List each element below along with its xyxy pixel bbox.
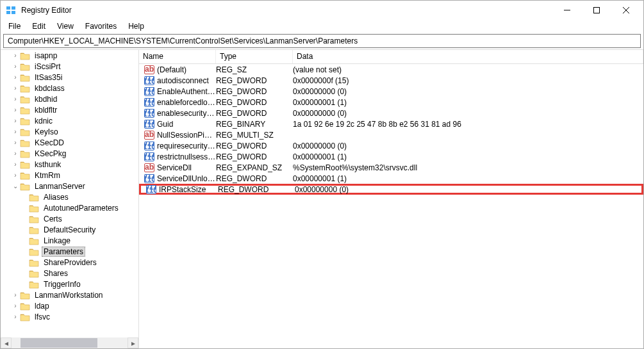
tree-item[interactable]: ›KeyIso [1,126,138,137]
expand-arrow-icon[interactable]: › [20,270,29,277]
svg-rect-5 [594,8,600,13]
tree-item[interactable]: ›ShareProviders [1,257,138,268]
tree-item[interactable]: ›Linkage [1,235,138,246]
tree-item[interactable]: ›Aliases [1,191,138,202]
address-bar[interactable]: Computer\HKEY_LOCAL_MACHINE\SYSTEM\Curre… [3,34,641,48]
column-data[interactable]: Data [293,50,643,63]
value-row[interactable]: 011110enablesecuritysi...REG_DWORD0x0000… [139,108,643,118]
tree-item[interactable]: ›iScsiPrt [1,61,138,72]
value-row[interactable]: abNullSessionPipesREG_MULTI_SZ [139,129,643,140]
tree-item-label: ldap [33,301,51,311]
tree-hscrollbar[interactable]: ◂ ▸ [1,337,138,348]
tree-item[interactable]: ›Certs [1,213,138,224]
expand-arrow-icon[interactable]: ⌄ [11,183,20,190]
tree-item[interactable]: ⌄LanmanServer [1,181,138,191]
expand-arrow-icon[interactable]: › [11,291,20,298]
value-row[interactable]: 011110EnableAuthentic...REG_DWORD0x00000… [139,86,643,97]
value-row[interactable]: 011110autodisconnectREG_DWORD0x0000000f … [139,75,643,86]
expand-arrow-icon[interactable]: › [20,280,29,288]
tree-item[interactable]: ›KSecDD [1,137,138,148]
svg-rect-0 [6,6,10,10]
close-button[interactable] [611,1,641,20]
folder-icon [29,193,39,202]
value-data: 1a 01 92 6e 19 2c 25 47 8b 8b e2 56 31 8… [293,120,643,129]
tree-item[interactable]: ›lfsvc [1,311,138,322]
menu-edit[interactable]: Edit [27,20,51,32]
binary-value-icon: 011110 [144,98,154,107]
expand-arrow-icon[interactable]: › [11,63,20,70]
tree-item-label: kbldfltr [33,105,59,115]
value-type: REG_DWORD [216,142,293,150]
value-row[interactable]: abServiceDllREG_EXPAND_SZ%SystemRoot%\sy… [139,162,643,173]
expand-arrow-icon[interactable]: › [11,313,20,320]
expand-arrow-icon[interactable]: › [11,95,20,102]
folder-icon [29,215,39,223]
expand-arrow-icon[interactable]: › [11,106,20,113]
menu-favorites[interactable]: Favorites [80,20,122,32]
svg-text:110: 110 [144,120,154,129]
tree-item[interactable]: ›Parameters [1,246,138,257]
folder-icon [29,204,39,213]
folder-icon [20,312,30,321]
tree-item[interactable]: ›AutotunedParameters [1,202,138,213]
tree-item[interactable]: ›KSecPkg [1,148,138,159]
expand-arrow-icon[interactable]: › [11,52,20,59]
value-row[interactable]: 011110GuidREG_BINARY1a 01 92 6e 19 2c 25… [139,118,643,129]
folder-icon [20,127,30,136]
menu-help[interactable]: Help [123,20,149,32]
value-list[interactable]: ab(Default)REG_SZ(value not set)011110au… [139,64,643,195]
expand-arrow-icon[interactable]: › [20,193,29,200]
tree-item[interactable]: ›kbdhid [1,93,138,104]
expand-arrow-icon[interactable]: › [20,259,29,266]
tree-item[interactable]: ›ldap [1,300,138,311]
scroll-track[interactable] [12,337,128,348]
string-value-icon: ab [144,131,154,140]
binary-value-icon: 011110 [146,185,156,194]
tree-item[interactable]: ›isapnp [1,50,138,61]
tree-item[interactable]: ›ItSas35i [1,72,138,83]
value-row[interactable]: 011110restrictnullsessa...REG_DWORD0x000… [139,151,643,162]
expand-arrow-icon[interactable]: › [20,204,29,211]
expand-arrow-icon[interactable]: › [20,215,29,222]
tree-item[interactable]: ›kbdclass [1,83,138,93]
tree-item[interactable]: ›kdnic [1,115,138,126]
tree-item[interactable]: ›DefaultSecurity [1,224,138,235]
value-type: REG_DWORD [216,152,293,161]
expand-arrow-icon[interactable]: › [11,117,20,124]
expand-arrow-icon[interactable]: › [11,150,20,157]
minimize-button[interactable] [552,1,582,20]
tree-view[interactable]: ›isapnp›iScsiPrt›ItSas35i›kbdclass›kbdhi… [1,50,138,337]
expand-arrow-icon[interactable]: › [11,85,20,92]
menu-file[interactable]: File [3,20,26,32]
svg-text:110: 110 [146,186,156,194]
expand-arrow-icon[interactable]: › [11,139,20,146]
expand-arrow-icon[interactable]: › [20,248,29,255]
column-name[interactable]: Name [139,50,216,63]
expand-arrow-icon[interactable]: › [11,302,20,309]
expand-arrow-icon[interactable]: › [11,128,20,135]
value-row[interactable]: 011110requiresecuritysi...REG_DWORD0x000… [139,140,643,151]
scroll-thumb[interactable] [21,338,97,348]
tree-item[interactable]: ›ksthunk [1,159,138,170]
tree-item[interactable]: ›Shares [1,268,138,279]
expand-arrow-icon[interactable]: › [20,226,29,233]
value-row[interactable]: ab(Default)REG_SZ(value not set) [139,64,643,75]
value-row[interactable]: 011110IRPStackSizeREG_DWORD0x00000000 (0… [139,184,643,195]
scroll-right-icon[interactable]: ▸ [128,337,138,348]
expand-arrow-icon[interactable]: › [11,172,20,179]
maximize-button[interactable] [582,1,611,20]
tree-item-label: Shares [42,268,70,279]
tree-item[interactable]: ›KtmRm [1,170,138,181]
tree-item-label: LanmanWorkstation [33,290,105,300]
expand-arrow-icon[interactable]: › [20,237,29,244]
tree-item[interactable]: ›TriggerInfo [1,279,138,289]
tree-item[interactable]: ›kbldfltr [1,104,138,115]
expand-arrow-icon[interactable]: › [11,74,20,81]
value-row[interactable]: 011110enableforcedlog...REG_DWORD0x00000… [139,97,643,108]
expand-arrow-icon[interactable]: › [11,161,20,168]
scroll-left-icon[interactable]: ◂ [1,337,12,348]
column-type[interactable]: Type [216,50,293,63]
tree-item[interactable]: ›LanmanWorkstation [1,289,138,300]
value-row[interactable]: 011110ServiceDllUnloa...REG_DWORD0x00000… [139,173,643,184]
menu-view[interactable]: View [52,20,79,32]
